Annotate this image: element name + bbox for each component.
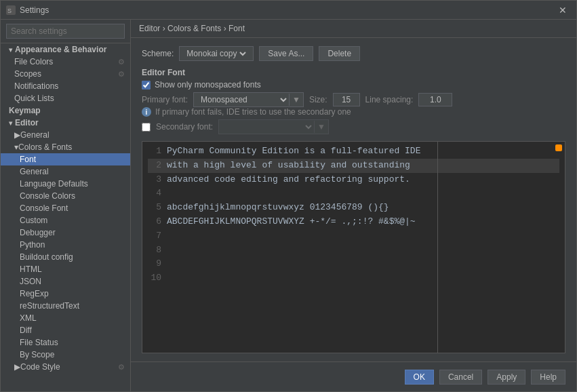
sidebar-item-label: Diff <box>20 326 32 335</box>
warning-row: i If primary font fails, IDE tries to us… <box>142 107 565 117</box>
breadcrumb: Editor › Colors & Fonts › Font <box>131 20 576 38</box>
preview-line-4: 4 <box>148 187 559 201</box>
sidebar-item-console-colors[interactable]: Console Colors <box>1 190 130 202</box>
sidebar-item-label: Appearance & Behavior <box>15 45 106 54</box>
sidebar-item-json[interactable]: JSON <box>1 275 130 288</box>
dropdown-arrow-icon: ▼ <box>314 121 328 133</box>
sidebar-item-notifications[interactable]: Notifications <box>1 80 130 92</box>
footer: OK Cancel Apply Help <box>131 361 576 391</box>
sidebar-item-label: Console Colors <box>20 191 75 201</box>
window-title: Settings <box>20 5 555 15</box>
sidebar-item-language-defaults[interactable]: Language Defaults <box>1 178 130 190</box>
scheme-row: Scheme: Monokai copy Monokai Default Sav… <box>142 46 565 61</box>
preview-line-5: 5 abcdefghijklmnopqrstuvwxyz 0123456789 … <box>148 201 559 215</box>
sidebar-item-label: Python <box>20 240 45 250</box>
sidebar-item-python[interactable]: Python <box>1 239 130 251</box>
sidebar-item-appearance[interactable]: ▾ Appearance & Behavior <box>1 43 130 56</box>
secondary-font-checkbox[interactable] <box>142 123 151 132</box>
preview-divider <box>437 142 438 353</box>
sidebar-item-console-font[interactable]: Console Font <box>1 202 130 214</box>
sidebar-item-label: General <box>20 130 49 140</box>
sidebar-item-xml[interactable]: XML <box>1 312 130 324</box>
line-number: 6 <box>148 215 161 229</box>
expand-arrow: ▾ <box>9 46 12 54</box>
secondary-font-label: Secondary font: <box>156 122 213 132</box>
sidebar-item-general2[interactable]: General <box>1 165 130 178</box>
line-number: 8 <box>148 243 161 258</box>
sidebar-item-label: Code Style <box>20 362 60 372</box>
sidebar-item-buildout[interactable]: Buildout config <box>1 251 130 263</box>
sidebar-item-keymap[interactable]: Keymap <box>1 104 130 117</box>
search-box <box>1 20 130 43</box>
preview-area: 1 PyCharm Community Edition is a full-fe… <box>142 141 565 353</box>
sidebar-item-scopes[interactable]: Scopes ⚙ <box>1 68 130 80</box>
sidebar-item-file-colors[interactable]: File Colors ⚙ <box>1 56 130 68</box>
sidebar-item-file-status[interactable]: File Status <box>1 336 130 349</box>
sidebar-item-regexp[interactable]: RegExp <box>1 288 130 300</box>
line-number: 10 <box>148 271 161 286</box>
line-number: 9 <box>148 257 161 271</box>
sidebar-item-html[interactable]: HTML <box>1 263 130 275</box>
gear-icon: ⚙ <box>118 70 125 79</box>
ok-button[interactable]: OK <box>405 370 434 385</box>
scheme-dropdown[interactable]: Monokai copy Monokai Default <box>179 46 254 61</box>
sidebar-item-label: Custom <box>20 216 47 225</box>
primary-font-select[interactable]: Monospaced Courier New Consolas <box>194 93 289 106</box>
sidebar-item-label: Notifications <box>14 81 58 91</box>
sidebar-item-label: File Status <box>20 338 58 347</box>
cancel-button[interactable]: Cancel <box>439 370 482 385</box>
line-spacing-input[interactable] <box>418 93 452 106</box>
monospaced-label: Show only monospaced fonts <box>155 80 261 90</box>
save-as-button[interactable]: Save As... <box>259 46 313 61</box>
sidebar-item-label: XML <box>20 313 37 323</box>
search-input[interactable] <box>6 24 125 39</box>
preview-text: advanced code editing and refactoring su… <box>167 173 410 187</box>
sidebar-item-debugger[interactable]: Debugger <box>1 227 130 239</box>
gear-icon: ⚙ <box>118 58 125 66</box>
editor-font-section: Editor Font Show only monospaced fonts P… <box>142 68 565 134</box>
expand-arrow: ▶ <box>14 362 20 372</box>
gear-icon: ⚙ <box>118 363 125 372</box>
sidebar-item-label: Language Defaults <box>20 179 88 189</box>
sidebar-item-label: Scopes <box>14 69 41 79</box>
primary-font-select-wrapper[interactable]: Monospaced Courier New Consolas ▼ <box>193 92 304 107</box>
sidebar-item-label: Keymap <box>9 106 41 115</box>
sidebar-item-custom[interactable]: Custom <box>1 214 130 227</box>
preview-line-7: 7 <box>148 229 559 243</box>
sidebar-item-label: JSON <box>20 277 41 286</box>
scheme-select[interactable]: Monokai copy Monokai Default <box>184 48 248 59</box>
sidebar-item-quick-lists[interactable]: Quick Lists <box>1 92 130 104</box>
orange-indicator <box>555 144 562 151</box>
warning-text: If primary font fails, IDE tries to use … <box>155 107 351 117</box>
sidebar-item-by-scope[interactable]: By Scope <box>1 349 130 361</box>
info-icon: i <box>142 107 151 117</box>
preview-line-2: 2 with a high level of usability and out… <box>148 159 559 173</box>
preview-line-3: 3 advanced code editing and refactoring … <box>148 173 559 187</box>
preview-line-10: 10 <box>148 271 559 286</box>
line-number: 5 <box>148 201 161 215</box>
preview-line-8: 8 <box>148 243 559 258</box>
sidebar-item-editor[interactable]: ▾ Editor <box>1 117 130 129</box>
settings-content: Scheme: Monokai copy Monokai Default Sav… <box>131 38 576 361</box>
delete-button[interactable]: Delete <box>319 46 360 61</box>
sidebar-item-label: RegExp <box>20 289 49 298</box>
sidebar-item-label: Debugger <box>20 228 56 237</box>
sidebar-item-code-style[interactable]: ▶ Code Style ⚙ <box>1 361 130 373</box>
sidebar-item-restructured[interactable]: reStructuredText <box>1 300 130 312</box>
line-number: 4 <box>148 187 161 201</box>
secondary-font-select-wrapper[interactable]: ▼ <box>218 119 329 134</box>
sidebar-item-diff[interactable]: Diff <box>1 324 130 336</box>
help-button[interactable]: Help <box>531 370 565 385</box>
sidebar-item-font[interactable]: Font <box>1 153 130 165</box>
secondary-font-select[interactable] <box>219 120 314 134</box>
sidebar-item-label: reStructuredText <box>20 301 79 311</box>
monospaced-checkbox-row: Show only monospaced fonts <box>142 80 565 90</box>
sidebar-item-label: Colors & Fonts <box>18 142 72 152</box>
close-button[interactable]: ✕ <box>555 3 571 17</box>
sidebar-item-colors-fonts[interactable]: ▾ Colors & Fonts <box>1 141 130 153</box>
main-panel: Editor › Colors & Fonts › Font Scheme: M… <box>131 20 576 391</box>
sidebar-item-general[interactable]: ▶ General <box>1 129 130 141</box>
apply-button[interactable]: Apply <box>488 370 525 385</box>
monospaced-checkbox[interactable] <box>142 81 151 90</box>
size-input[interactable] <box>333 93 360 106</box>
